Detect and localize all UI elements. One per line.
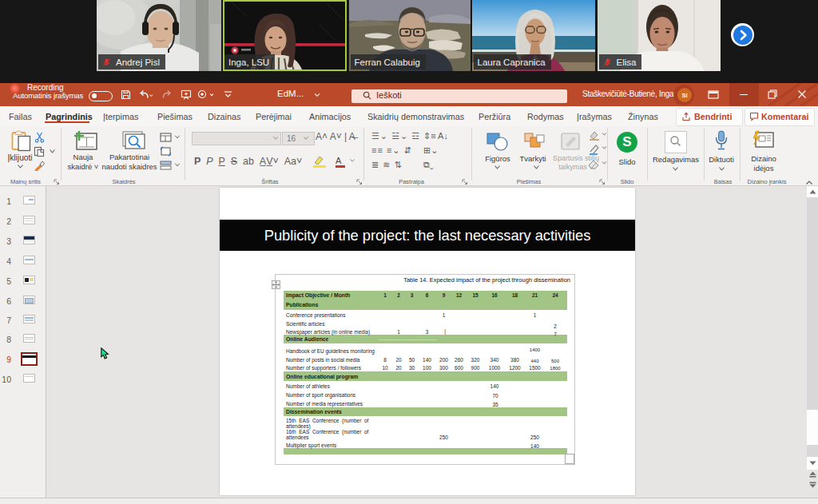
svg-text:A: A: [336, 156, 342, 165]
